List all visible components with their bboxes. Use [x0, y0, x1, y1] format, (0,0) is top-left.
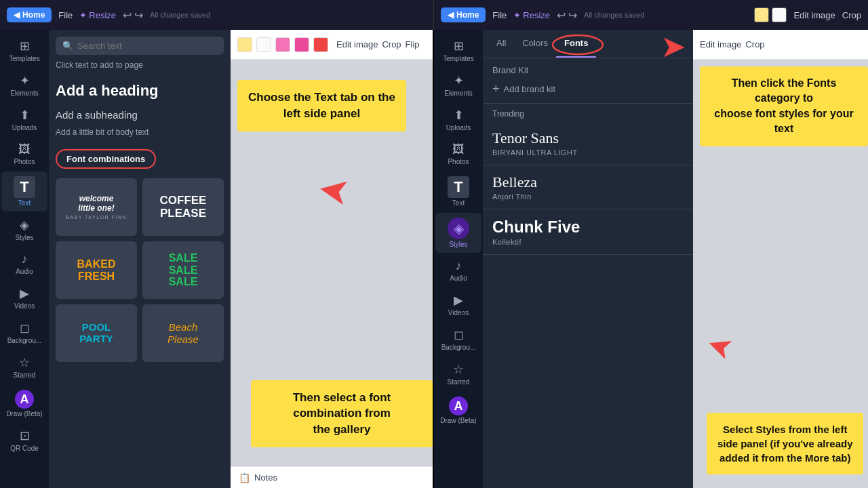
resize-btn-right[interactable]: ✦ Resize — [513, 10, 550, 20]
crop-btn-canvas-right[interactable]: Crop — [745, 39, 764, 49]
text-icon-r: T — [448, 176, 469, 198]
callout-fonts: Then click the Fonts category to choose … — [700, 66, 868, 146]
font-combinations-label[interactable]: Font combinations — [56, 149, 156, 169]
uploads-icon-r: ⬆ — [454, 108, 464, 123]
background-icon: ◻ — [20, 321, 30, 336]
add-heading-btn[interactable]: Add a heading — [56, 77, 224, 105]
add-subheading-btn[interactable]: Add a subheading — [56, 105, 224, 125]
file-btn-left[interactable]: File — [58, 10, 73, 20]
undo-btn-left[interactable]: ↩ — [123, 9, 132, 22]
notes-icon: 📋 — [239, 472, 250, 483]
sidebar-item-audio[interactable]: ♪ Audio — [1, 247, 47, 280]
home-btn-right[interactable]: ◀ Home — [441, 7, 486, 22]
sidebar-item-templates[interactable]: ⊞ Templates — [1, 34, 47, 67]
combo-welcome[interactable]: welcomelittle one! BABY TAYLOR FINN — [56, 178, 137, 236]
belleza-name: Belleza — [492, 174, 684, 191]
audio-icon-r: ♪ — [456, 259, 462, 273]
search-icon-text: 🔍 — [62, 41, 73, 51]
sidebar-item-text-r[interactable]: T Text — [435, 171, 481, 211]
sidebar-item-styles-r[interactable]: ◈ Styles — [435, 213, 481, 253]
arrow-to-styles: ➤ — [701, 327, 738, 369]
sidebar-item-templates-r[interactable]: ⊞ Templates — [435, 34, 481, 67]
sidebar-item-starred[interactable]: ☆ Starred — [1, 350, 47, 384]
plus-icon: + — [492, 82, 500, 96]
tenor-sans-name: Tenor Sans — [492, 129, 684, 147]
combo-pool[interactable]: POOLPARTY — [56, 304, 137, 362]
search-text-input[interactable] — [77, 41, 217, 51]
swatch-yellow[interactable] — [237, 37, 252, 52]
resize-btn-left[interactable]: ✦ Resize — [79, 10, 116, 20]
text-icon: T — [14, 176, 35, 198]
combo-sale[interactable]: SALESALESALE — [142, 241, 224, 299]
callout-middle: Then select a font combination from the … — [251, 380, 433, 447]
sidebar-item-styles[interactable]: ◈ Styles — [1, 213, 47, 246]
chevron-left-icon-right: ◀ — [448, 10, 454, 20]
sidebar-item-videos-r[interactable]: ▶ Videos — [435, 288, 481, 321]
redo-btn-right[interactable]: ↪ — [568, 9, 577, 22]
sidebar-item-draw[interactable]: A Draw (Beta) — [1, 385, 47, 422]
sidebar-item-photos-r[interactable]: 🖼 Photos — [435, 138, 481, 170]
swatch-pink[interactable] — [294, 37, 309, 52]
tab-fonts[interactable]: Fonts — [556, 30, 596, 58]
edit-image-btn-left[interactable]: Edit image — [336, 39, 378, 49]
qr-icon: ⊡ — [20, 428, 30, 443]
photos-icon: 🖼 — [18, 142, 31, 157]
resize-label-left: Resize — [89, 10, 116, 20]
add-body-btn[interactable]: Add a little bit of body text — [56, 125, 224, 140]
edit-image-btn-canvas-right[interactable]: Edit image — [700, 39, 741, 49]
crop-btn-left[interactable]: Crop — [382, 39, 401, 49]
color-swatch-1[interactable] — [754, 7, 769, 22]
sidebar-item-audio-r[interactable]: ♪ Audio — [435, 254, 481, 287]
sidebar-item-text[interactable]: T Text — [1, 171, 47, 211]
sidebar-item-elements[interactable]: ✦ Elements — [1, 68, 47, 102]
sidebar-item-background[interactable]: ◻ Backgrou... — [1, 316, 47, 349]
callout-left: Choose the Text tab on the left side pan… — [237, 80, 406, 131]
sidebar-item-qr[interactable]: ⊡ QR Code — [1, 424, 47, 457]
font-item-tenor[interactable]: Tenor Sans BIRYANI ULTRA LIGHT — [483, 121, 693, 165]
starred-icon: ☆ — [19, 355, 30, 370]
tenor-sans-meta: BIRYANI ULTRA LIGHT — [492, 148, 684, 157]
callout-styles: Select Styles from the left side panel (… — [707, 413, 863, 474]
chunk-meta: Kollektif — [492, 238, 684, 246]
redo-btn-left[interactable]: ↪ — [134, 9, 143, 22]
sidebar-item-videos[interactable]: ▶ Videos — [1, 281, 47, 314]
tab-all[interactable]: All — [488, 30, 514, 58]
starred-icon-r: ☆ — [453, 362, 464, 377]
home-label-right: Home — [456, 10, 479, 20]
arrow-left-sidebar: ➤ — [315, 165, 353, 214]
videos-icon: ▶ — [20, 286, 29, 301]
font-item-belleza[interactable]: Belleza Anjori Thin — [483, 165, 693, 209]
file-btn-right[interactable]: File — [492, 10, 507, 20]
edit-image-btn-right[interactable]: Edit image — [793, 10, 835, 20]
belleza-meta: Anjori Thin — [492, 192, 684, 201]
flip-btn-left[interactable]: Flip — [406, 39, 420, 49]
sidebar-item-starred-r[interactable]: ☆ Starred — [435, 357, 481, 390]
combo-baked[interactable]: BAKEDFRESH — [56, 241, 137, 299]
crop-btn-right[interactable]: Crop — [842, 10, 861, 20]
arrow-fonts-tab: ➤ — [660, 30, 686, 64]
undo-btn-right[interactable]: ↩ — [557, 9, 566, 22]
welcome-text: welcomelittle one! — [78, 195, 114, 214]
resize-label-right: Resize — [523, 10, 550, 20]
sidebar-item-uploads-r[interactable]: ⬆ Uploads — [435, 103, 481, 136]
sidebar-item-photos[interactable]: 🖼 Photos — [1, 138, 47, 170]
combo-beach[interactable]: BeachPlease — [142, 304, 224, 362]
swatch-red[interactable] — [313, 37, 328, 52]
videos-icon-r: ▶ — [454, 293, 463, 308]
font-item-chunk[interactable]: Chunk Five Kollektif — [483, 209, 693, 255]
notes-label[interactable]: Notes — [254, 472, 277, 483]
swatch-white[interactable] — [256, 37, 271, 52]
swatch-pink-light[interactable] — [275, 37, 290, 52]
sidebar-item-background-r[interactable]: ◻ Backgrou... — [435, 323, 481, 356]
trending-label: Trending — [483, 104, 693, 121]
home-btn-left[interactable]: ◀ Home — [7, 7, 52, 22]
add-brand-btn[interactable]: + Add brand kit — [483, 78, 693, 104]
tab-colors[interactable]: Colors — [514, 30, 556, 58]
color-swatch-2[interactable] — [772, 7, 787, 22]
saved-status-right: All changes saved — [584, 11, 644, 19]
resize-icon-left: ✦ — [79, 10, 87, 20]
sidebar-item-elements-r[interactable]: ✦ Elements — [435, 68, 481, 102]
sidebar-item-draw-r[interactable]: A Draw (Beta) — [435, 392, 481, 429]
sidebar-item-uploads[interactable]: ⬆ Uploads — [1, 103, 47, 136]
combo-coffee[interactable]: COFFEEPLEASE — [142, 178, 224, 236]
